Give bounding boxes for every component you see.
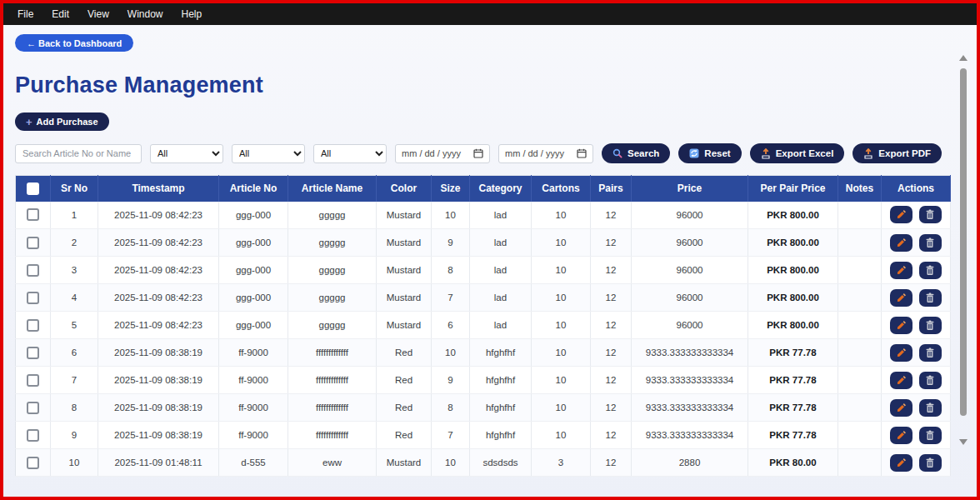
row-checkbox[interactable] — [27, 374, 39, 387]
row-checkbox[interactable] — [27, 319, 39, 332]
edit-button[interactable] — [890, 262, 912, 279]
cell-article-no: ggg-000 — [219, 312, 288, 339]
cell-article-name: fffffffffffff — [288, 339, 377, 367]
edit-button[interactable] — [890, 399, 912, 417]
row-checkbox[interactable] — [27, 292, 39, 304]
delete-button[interactable] — [919, 454, 942, 472]
export-pdf-label: Export PDF — [878, 148, 931, 158]
table-header-row: Sr No Timestamp Article No Article Name … — [16, 176, 951, 202]
search-button-label: Search — [628, 148, 659, 158]
cell-timestamp: 2025-11-09 08:42:23 — [98, 202, 219, 229]
cell-size: 10 — [432, 339, 470, 367]
edit-button[interactable] — [890, 344, 912, 362]
select-all-checkbox[interactable] — [27, 182, 39, 195]
cell-notes — [838, 449, 882, 477]
cell-per-pair-price: PKR 800.00 — [748, 202, 838, 229]
edit-button[interactable] — [890, 234, 912, 252]
add-purchase-label: Add Purchase — [37, 117, 98, 127]
delete-button[interactable] — [919, 262, 942, 279]
reset-button[interactable]: Reset — [678, 143, 741, 163]
export-excel-icon — [761, 148, 771, 159]
calendar-icon — [473, 148, 483, 158]
edit-button[interactable] — [890, 289, 912, 307]
trash-icon — [925, 375, 935, 386]
row-checkbox[interactable] — [27, 237, 39, 249]
row-checkbox[interactable] — [27, 208, 39, 221]
cell-per-pair-price: PKR 77.78 — [748, 394, 838, 422]
cell-price: 2880 — [632, 449, 748, 477]
cell-sr-no: 3 — [51, 257, 98, 284]
date-from-input[interactable]: mm / dd / yyyy — [395, 144, 490, 163]
cell-notes — [838, 422, 882, 449]
search-input[interactable] — [15, 144, 142, 163]
cell-price: 96000 — [632, 202, 748, 229]
export-excel-button[interactable]: Export Excel — [750, 143, 845, 163]
delete-button[interactable] — [919, 289, 942, 307]
row-checkbox[interactable] — [27, 429, 39, 442]
menu-help[interactable]: Help — [172, 8, 212, 20]
cell-pairs: 12 — [591, 339, 632, 367]
export-pdf-button[interactable]: Export PDF — [852, 143, 942, 163]
edit-button[interactable] — [890, 372, 912, 389]
cell-sr-no: 1 — [51, 202, 98, 229]
scroll-up-arrow-icon[interactable] — [959, 55, 968, 61]
pencil-icon — [896, 458, 907, 468]
row-select-cell — [16, 394, 51, 422]
edit-button[interactable] — [890, 454, 912, 472]
search-button[interactable]: Search — [602, 143, 670, 163]
row-checkbox[interactable] — [27, 264, 39, 277]
table-row: 5 2025-11-09 08:42:23 ggg-000 ggggg Must… — [16, 312, 951, 339]
scrollbar-thumb[interactable] — [960, 68, 967, 416]
menu-edit[interactable]: Edit — [42, 8, 78, 20]
cell-price: 96000 — [632, 229, 748, 257]
cell-article-no: ggg-000 — [219, 257, 288, 284]
cell-notes — [838, 339, 882, 367]
date-to-input[interactable]: mm / dd / yyyy — [498, 144, 593, 163]
delete-button[interactable] — [919, 317, 942, 334]
cell-color: Red — [377, 394, 432, 422]
filter-dropdown-color[interactable]: All — [150, 144, 223, 163]
purchases-table: Sr No Timestamp Article No Article Name … — [15, 175, 951, 477]
cell-article-name: ggggg — [288, 284, 377, 312]
edit-button[interactable] — [890, 317, 912, 334]
header-article-name: Article Name — [288, 176, 377, 202]
filter-dropdown-size[interactable]: All — [232, 144, 305, 163]
edit-button[interactable] — [890, 427, 912, 444]
edit-button[interactable] — [890, 206, 912, 223]
row-checkbox[interactable] — [27, 457, 39, 469]
delete-button[interactable] — [919, 234, 942, 252]
cell-per-pair-price: PKR 77.78 — [748, 367, 838, 394]
date-from-placeholder: mm / dd / yyyy — [402, 148, 461, 158]
row-checkbox[interactable] — [27, 402, 39, 414]
add-purchase-button[interactable]: + Add Purchase — [15, 112, 109, 131]
cell-sr-no: 2 — [51, 229, 98, 257]
reset-button-label: Reset — [704, 148, 730, 158]
cell-per-pair-price: PKR 77.78 — [748, 339, 838, 367]
vertical-scrollbar[interactable] — [958, 53, 968, 447]
row-checkbox[interactable] — [27, 347, 39, 359]
row-select-cell — [16, 202, 51, 229]
cell-actions — [882, 422, 951, 449]
delete-button[interactable] — [919, 399, 942, 417]
trash-icon — [925, 430, 935, 441]
delete-button[interactable] — [919, 427, 942, 444]
scroll-down-arrow-icon[interactable] — [959, 439, 968, 445]
back-to-dashboard-button[interactable]: ← Back to Dashboard — [15, 34, 133, 52]
cell-size: 8 — [432, 257, 470, 284]
row-select-cell — [16, 229, 51, 257]
cell-timestamp: 2025-11-09 08:38:19 — [98, 339, 219, 367]
menu-view[interactable]: View — [78, 8, 118, 20]
delete-button[interactable] — [919, 372, 942, 389]
menu-window[interactable]: Window — [118, 8, 172, 20]
cell-price: 96000 — [632, 284, 748, 312]
menu-file[interactable]: File — [8, 8, 42, 20]
header-color: Color — [377, 176, 432, 202]
table-row: 7 2025-11-09 08:38:19 ff-9000 ffffffffff… — [16, 367, 951, 394]
pencil-icon — [896, 375, 907, 386]
filter-dropdown-category[interactable]: All — [313, 144, 387, 163]
delete-button[interactable] — [919, 206, 942, 223]
header-actions: Actions — [882, 176, 951, 202]
delete-button[interactable] — [919, 344, 942, 362]
cell-size: 8 — [432, 394, 470, 422]
cell-category: hfghfhf — [470, 339, 532, 367]
